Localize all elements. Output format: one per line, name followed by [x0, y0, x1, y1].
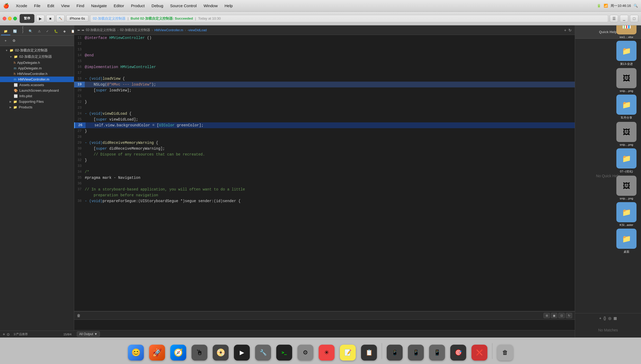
sidebar-item-subgroup[interactable]: ▼ 📁 02-加载自定义控制器: [0, 54, 74, 60]
desktop-icon-png1[interactable]: 🖼 snip....png: [614, 68, 639, 92]
dock-xcode-red[interactable]: ❌: [470, 341, 489, 361]
path-crumb-4[interactable]: -viewDidLoad: [188, 28, 207, 32]
minimize-button[interactable]: [8, 17, 12, 20]
close-button[interactable]: [3, 17, 6, 20]
code-line-37b: preparation before navigation: [74, 192, 575, 198]
dock-xmind[interactable]: ✳: [317, 341, 336, 361]
path-crumb-3[interactable]: HMViewController.m: [154, 28, 183, 32]
dock-quicktime[interactable]: ▶: [232, 341, 251, 361]
output-filter-dropdown[interactable]: All Output ▼: [77, 331, 100, 337]
scheme-button[interactable]: 🔨: [56, 15, 65, 22]
menu-product[interactable]: Product: [130, 3, 146, 8]
code-editor[interactable]: 11 @interface HMViewController () 12 13 …: [74, 35, 575, 331]
output-wrap-btn[interactable]: ▣: [551, 313, 557, 318]
bookmark-icon-btn[interactable]: ◎: [608, 316, 611, 320]
trash-icon[interactable]: 🗑: [77, 313, 81, 318]
nav-tab-source[interactable]: 🔄: [10, 28, 20, 35]
sidebar-item-supporting-files[interactable]: ▶ 📁 Supporting Files: [0, 99, 74, 104]
nav-tab-debug[interactable]: 🐛: [51, 28, 61, 35]
path-btn[interactable]: ⬅: [77, 28, 80, 32]
nav-tab-reports[interactable]: 📋: [68, 28, 74, 35]
desktop-icon-folder2[interactable]: 📁 车丹分享: [614, 95, 639, 120]
device-selector[interactable]: iPhone 6s: [66, 15, 88, 22]
dock-notes[interactable]: 📝: [338, 341, 357, 361]
path-crumb-2[interactable]: 02-加载自定义控制器: [120, 28, 150, 32]
desktop-icon-desktop[interactable]: 📁 桌面: [614, 229, 639, 254]
path-crumb-1[interactable]: 02-加载自定义控制器: [86, 28, 116, 32]
debug-toggle[interactable]: ⎯: [620, 15, 628, 22]
sidebar-item-infoplist[interactable]: ⬜ Info.plist: [0, 93, 74, 99]
sidebar-item-launchscreen[interactable]: 🎨 LaunchScreen.storyboard: [0, 88, 74, 93]
navigator-toggle[interactable]: ☰: [610, 15, 618, 22]
dock-sim3[interactable]: 📱: [428, 341, 447, 361]
status-right: 15/8/4: [63, 333, 72, 336]
dock-dvd[interactable]: 📀: [211, 341, 230, 361]
menu-view[interactable]: View: [60, 3, 71, 8]
nav-tab-breakpoints[interactable]: ◆: [61, 28, 68, 35]
dock-safari[interactable]: 🧭: [169, 341, 188, 361]
output-clear-btn[interactable]: ↻: [566, 313, 572, 318]
nav-tab-tests[interactable]: ✓: [43, 28, 51, 35]
refresh-btn[interactable]: ↻: [568, 28, 572, 32]
sidebar-item-products[interactable]: ▶ 📁 Products: [0, 104, 74, 110]
output-split-btn[interactable]: ⊞: [544, 313, 550, 318]
dock-ios-sim[interactable]: 📱: [385, 341, 404, 361]
menu-navigate[interactable]: Navigate: [90, 3, 108, 8]
path-btn-fwd[interactable]: ➡: [82, 28, 84, 32]
menu-debug[interactable]: Debug: [150, 3, 164, 8]
code-line-38: 38 - (void)prepareForSegue:(UIStoryboard…: [74, 198, 575, 204]
file-icon-btn[interactable]: +: [599, 316, 601, 320]
dock-sysprefs[interactable]: ⚙: [296, 341, 315, 361]
menu-editor[interactable]: Editor: [113, 3, 125, 8]
desktop-icon-png3[interactable]: 🖼 snip....png: [614, 176, 639, 200]
add-file-btn[interactable]: +: [564, 28, 566, 32]
sidebar-root-item[interactable]: ▼ 📁 02-加载自定义控制器: [0, 47, 74, 54]
sidebar-item-appdelegate-m[interactable]: m AppDelegate.m: [0, 65, 74, 71]
sidebar-add-btn[interactable]: +: [2, 38, 9, 44]
add-file-btn-sidebar[interactable]: +: [3, 332, 5, 337]
nav-tab-files[interactable]: 📁: [1, 28, 10, 35]
dock-texteditor[interactable]: 📋: [359, 341, 379, 361]
nav-tab-symbols[interactable]: { }: [20, 25, 26, 35]
menu-edit[interactable]: Edit: [46, 3, 55, 8]
code-icon-btn[interactable]: {}: [603, 316, 606, 320]
pause-button[interactable]: 暂停: [20, 14, 34, 23]
desktop-icon-folder1[interactable]: 📁 第13-业进: [614, 41, 639, 66]
nav-tab-search[interactable]: 🔍: [26, 28, 35, 35]
code-line-16: 16 @implementation HMViewController: [74, 64, 575, 70]
fullscreen-button[interactable]: [13, 17, 17, 20]
menu-find[interactable]: Find: [75, 3, 85, 8]
menu-xcode[interactable]: Xcode: [15, 3, 28, 8]
filter-btn-sidebar[interactable]: ⊙: [7, 332, 10, 336]
sidebar-item-hmviewcontroller-h[interactable]: h HMViewController.h: [0, 71, 74, 77]
menu-help[interactable]: Help: [224, 3, 234, 8]
sidebar-item-appdelegate-h[interactable]: h AppDelegate.h: [0, 60, 74, 65]
dock-finder[interactable]: 😊: [126, 341, 145, 361]
desktop-icon-folder4[interactable]: 📁 KSI...aster: [614, 202, 639, 227]
desktop-icon-folder3[interactable]: 📁 07--(优化): [614, 148, 639, 174]
search-icon[interactable]: 🔍: [634, 4, 638, 8]
dock-tools[interactable]: 🔧: [253, 341, 273, 361]
sidebar-filter-btn[interactable]: ⚙: [11, 38, 17, 44]
sidebar-item-hmviewcontroller-m[interactable]: m HMViewController.m: [0, 77, 74, 82]
sidebar-item-assets[interactable]: ⬜ Assets.xcassets: [0, 82, 74, 88]
dock-sim2[interactable]: 📱: [406, 341, 425, 361]
code-line-11: 11 @interface HMViewController (): [74, 35, 575, 41]
nav-tab-issues[interactable]: ⚠: [35, 28, 43, 35]
dock-instruments[interactable]: 🎯: [449, 341, 468, 361]
dock-launchpad[interactable]: 🚀: [148, 341, 167, 361]
menu-window[interactable]: Window: [202, 3, 219, 8]
apple-menu-icon[interactable]: 🍎: [3, 3, 9, 9]
menu-source-control[interactable]: Source Control: [169, 3, 198, 8]
file-icon: 🎨: [14, 89, 18, 92]
menu-file[interactable]: File: [33, 3, 42, 8]
run-button[interactable]: ▶: [36, 15, 44, 22]
output-fullscreen-btn[interactable]: ⊡: [558, 313, 565, 318]
desktop-icon-png2[interactable]: 🖼 snip....png: [614, 122, 639, 146]
stop-button[interactable]: ■: [46, 15, 55, 22]
tab-name[interactable]: 02-加载自定义控制器: [93, 16, 126, 21]
dock-mouse[interactable]: 🖱: [190, 341, 209, 361]
utilities-toggle[interactable]: □: [630, 15, 638, 22]
dock-trash[interactable]: 🗑: [496, 341, 515, 361]
dock-terminal[interactable]: >_: [275, 341, 294, 361]
